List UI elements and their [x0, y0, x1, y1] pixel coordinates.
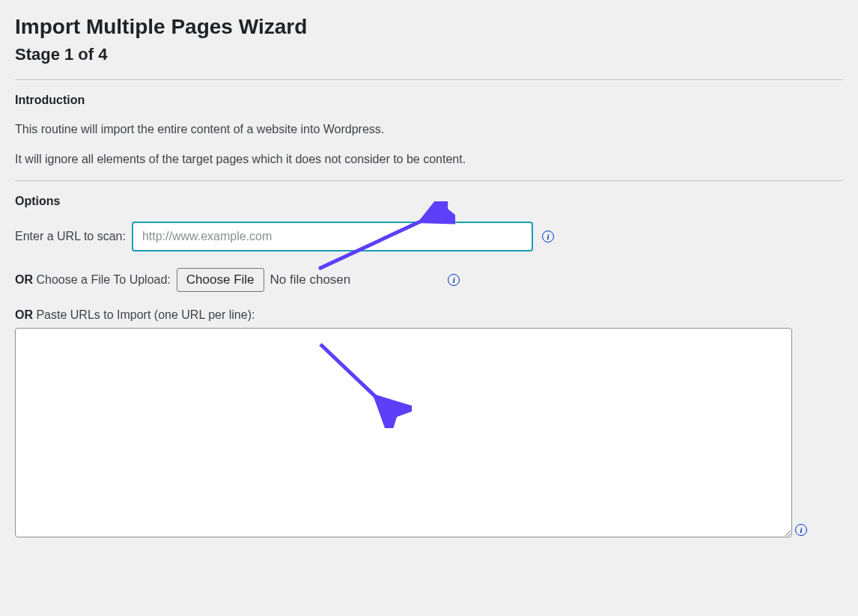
- choose-file-button[interactable]: Choose File: [177, 268, 264, 292]
- url-input[interactable]: [132, 222, 533, 251]
- options-heading: Options: [15, 195, 843, 208]
- info-icon[interactable]: [795, 524, 807, 536]
- info-icon[interactable]: [542, 231, 554, 243]
- or-label: OR: [15, 308, 33, 321]
- or-label: OR: [15, 273, 33, 286]
- divider: [15, 180, 843, 181]
- info-icon[interactable]: [448, 274, 460, 286]
- stage-label: Stage 1 of 4: [15, 45, 843, 64]
- no-file-chosen-text: No file chosen: [270, 272, 351, 287]
- paste-urls-label: Paste URLs to Import (one URL per line):: [33, 308, 255, 321]
- file-upload-label: Choose a File To Upload:: [33, 273, 171, 286]
- paste-urls-textarea[interactable]: [15, 328, 792, 537]
- divider: [15, 79, 843, 80]
- page-title: Import Multiple Pages Wizard: [15, 15, 843, 39]
- intro-paragraph-1: This routine will import the entire cont…: [15, 121, 843, 138]
- intro-paragraph-2: It will ignore all elements of the targe…: [15, 150, 843, 168]
- url-label: Enter a URL to scan:: [15, 230, 126, 243]
- introduction-heading: Introduction: [15, 94, 843, 107]
